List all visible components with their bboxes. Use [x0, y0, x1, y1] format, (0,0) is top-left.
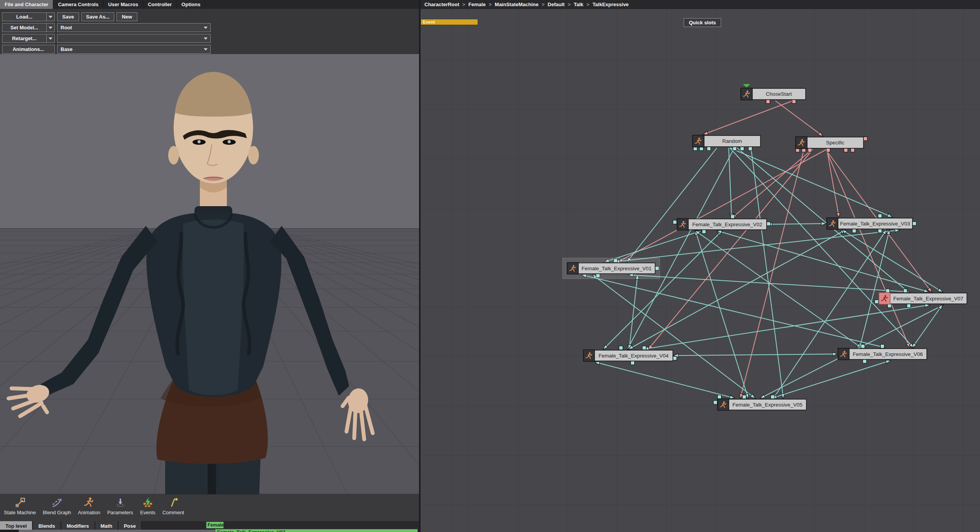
transition-port[interactable] — [733, 147, 737, 151]
transition-port[interactable] — [826, 148, 830, 152]
save-button[interactable]: Save — [57, 12, 79, 21]
palette-item-state-machine[interactable]: State Machine — [4, 495, 36, 515]
tab-math[interactable]: Math — [95, 521, 118, 530]
graph-node-ChoseStart[interactable]: ChoseStart — [741, 84, 806, 100]
transition-port[interactable] — [771, 395, 775, 399]
retarget-combo[interactable] — [57, 34, 211, 43]
transition-port[interactable] — [631, 361, 635, 365]
transition-port[interactable] — [886, 289, 890, 293]
transition-edge-V05-V06[interactable] — [772, 361, 890, 398]
node-graph-canvas[interactable]: Event Quick slots — [421, 9, 980, 532]
transition-port[interactable] — [907, 304, 911, 308]
transition-port[interactable] — [702, 230, 706, 234]
palette-item-comment[interactable]: Comment — [162, 495, 184, 515]
root-combo[interactable]: Root — [57, 23, 211, 32]
transition-port[interactable] — [766, 100, 770, 103]
transition-port[interactable] — [863, 137, 867, 141]
transition-edge-V01-V06[interactable] — [582, 275, 884, 347]
transition-port[interactable] — [707, 147, 711, 151]
transition-port[interactable] — [792, 100, 796, 103]
transition-edge-V06-V07[interactable] — [912, 305, 942, 347]
retarget-dropdown-button[interactable] — [47, 34, 55, 43]
load-dropdown-button[interactable] — [47, 12, 55, 21]
transition-port[interactable] — [673, 220, 677, 224]
transition-port[interactable] — [878, 229, 882, 233]
save-as-button[interactable]: Save As... — [81, 12, 114, 21]
breadcrumb-item-talk[interactable]: Talk — [564, 2, 583, 7]
transition-edge-V04-V07[interactable] — [644, 305, 929, 349]
transition-port[interactable] — [767, 222, 770, 226]
transition-port[interactable] — [673, 356, 677, 360]
menu-tab-user-macros[interactable]: User Macros — [103, 0, 143, 9]
scrollbar-thumb[interactable] — [19, 530, 215, 532]
transition-edge-Random-V01[interactable] — [627, 148, 717, 262]
new-button[interactable]: New — [117, 12, 137, 21]
transition-port[interactable] — [619, 346, 623, 350]
tab-modifiers[interactable]: Modifiers — [61, 521, 95, 530]
set-model-dropdown-button[interactable] — [47, 23, 55, 32]
node-title: Female_Talk_Expressive_V03 — [840, 221, 910, 227]
breadcrumb-item-mainstatemachine[interactable]: MainStateMachine — [486, 2, 539, 7]
retarget-button[interactable]: Retarget... — [2, 34, 47, 43]
transition-edge-Specific-V06[interactable] — [826, 149, 910, 347]
transition-port[interactable] — [742, 395, 746, 399]
graph-node-V04[interactable]: Female_Talk_Expressive_V04 — [583, 350, 673, 361]
animations-button[interactable]: Animations... — [2, 45, 55, 54]
menu-tab-options[interactable]: Options — [177, 0, 205, 9]
transition-port[interactable] — [642, 346, 646, 350]
breadcrumb-item-characterroot[interactable]: CharacterRoot — [424, 2, 459, 7]
transition-port[interactable] — [861, 344, 865, 348]
menu-tab-controller[interactable]: Controller — [143, 0, 177, 9]
palette-item-parameters[interactable]: Parameters — [107, 495, 133, 515]
transition-port[interactable] — [863, 359, 867, 363]
transition-edge-Specific-V02[interactable] — [732, 149, 812, 218]
graph-node-V05[interactable]: Female_Talk_Expressive_V05 — [718, 399, 806, 410]
load-button[interactable]: Load... — [2, 12, 47, 21]
breadcrumb-item-female[interactable]: Female — [459, 2, 485, 7]
transition-port[interactable] — [851, 148, 855, 152]
graph-node-Specific[interactable]: Specific — [796, 137, 863, 149]
graph-node-V03[interactable]: Female_Talk_Expressive_V03 — [827, 218, 912, 229]
graph-node-V07[interactable]: Female_Talk_Expressive_V07 — [879, 293, 967, 304]
transition-edge-Specific-V01[interactable] — [618, 149, 826, 262]
tab-top-level[interactable]: Top level — [0, 521, 33, 530]
tab-pose[interactable]: Pose — [118, 521, 142, 530]
transition-port[interactable] — [880, 344, 884, 348]
palette-item-events[interactable]: Events — [140, 495, 155, 515]
set-model-button[interactable]: Set Model... — [2, 23, 47, 32]
transition-edge-V02-V03[interactable] — [768, 224, 826, 224]
tab-blends[interactable]: Blends — [33, 521, 61, 530]
transition-port[interactable] — [718, 395, 721, 399]
palette-item-blend-graph[interactable]: Blend Graph — [43, 495, 71, 515]
menu-tab-camera-controls[interactable]: Camera Controls — [53, 0, 103, 9]
transition-edge-V04-V05[interactable] — [595, 362, 734, 398]
transition-edge-Random-V06[interactable] — [730, 148, 914, 347]
transition-port[interactable] — [852, 229, 856, 233]
animations-combo[interactable]: Base — [57, 45, 211, 54]
transition-edge-V01-V02[interactable] — [605, 231, 701, 262]
transition-port[interactable] — [740, 147, 744, 151]
graph-node-V02[interactable]: Female_Talk_Expressive_V02 — [677, 219, 767, 230]
menu-tab-file-and-character[interactable]: File and Character — [0, 0, 53, 9]
graph-node-V06[interactable]: Female_Talk_Expressive_V06 — [838, 348, 927, 360]
transition-port[interactable] — [731, 215, 735, 219]
transition-port[interactable] — [875, 300, 879, 303]
transition-port[interactable] — [912, 222, 916, 225]
transition-port[interactable] — [844, 148, 848, 152]
graph-node-V01[interactable]: Female_Talk_Expressive_V01 — [563, 258, 660, 279]
breadcrumb-item-talkexpressive[interactable]: TalkExpressive — [583, 2, 629, 7]
palette-item-animation[interactable]: Animation — [78, 495, 100, 515]
transition-port[interactable] — [878, 214, 882, 218]
transition-edge-V01-V03[interactable] — [615, 230, 899, 262]
breadcrumb-item-default[interactable]: Default — [539, 2, 565, 7]
transition-edge-Specific-V05[interactable] — [740, 149, 804, 398]
graph-node-Random[interactable]: Random — [693, 135, 760, 147]
transition-edge-ChoseStart-Random[interactable] — [704, 101, 793, 134]
transition-port[interactable] — [713, 400, 717, 404]
transition-edge-ChoseStart-Specific[interactable] — [776, 101, 823, 136]
transition-port[interactable] — [808, 148, 812, 152]
transition-port[interactable] — [749, 147, 752, 151]
quick-slots-button[interactable]: Quick slots — [684, 18, 721, 27]
3d-viewport[interactable]: Female Female_Talk_Expressive_V07 time s… — [0, 54, 419, 494]
transition-port[interactable] — [903, 289, 907, 293]
